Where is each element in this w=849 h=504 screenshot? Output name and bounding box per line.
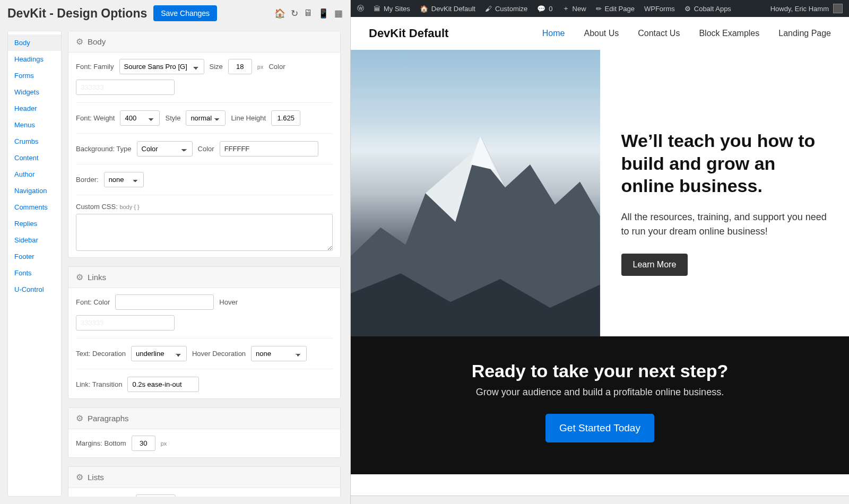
tablet-icon[interactable]: 📱 <box>318 8 329 19</box>
site-preview[interactable]: DevKit Default Home About Us Contact Us … <box>351 17 849 496</box>
body-section-title: Body <box>88 37 106 46</box>
para-margins-label: Margins: Bottom <box>76 439 126 447</box>
links-section-title: Links <box>88 273 106 282</box>
lists-section-title: Lists <box>88 473 104 482</box>
wpforms-link[interactable]: WPForms <box>644 5 675 13</box>
li-style-select[interactable]: disc <box>136 494 176 497</box>
font-size-input[interactable] <box>228 59 252 74</box>
wp-logo-icon[interactable]: ⓦ <box>357 4 364 13</box>
transition-label: Link: Transition <box>76 380 122 388</box>
site-title[interactable]: DevKit Default <box>369 27 448 40</box>
font-weight-label: Font: Weight <box>76 114 115 122</box>
font-size-label: Size <box>210 63 223 71</box>
sidebar-item-body[interactable]: Body <box>8 34 61 51</box>
sidebar-item-navigation[interactable]: Navigation <box>8 183 61 199</box>
sidebar-item-fonts[interactable]: Fonts <box>8 265 61 281</box>
textdec-select[interactable]: underline <box>131 346 187 361</box>
hero-heading: We’ll teach you how to build and grow an… <box>621 129 828 197</box>
body-section: Body Font: Family Source Sans Pro [G] Si… <box>68 31 341 258</box>
sidebar-item-comments[interactable]: Comments <box>8 199 61 215</box>
lists-section: Lists LI List-Style: Type disc UL Margin… <box>68 466 341 497</box>
sidebar-item-forms[interactable]: Forms <box>8 67 61 84</box>
customcss-selector: body { } <box>119 204 139 210</box>
sidebar-item-author[interactable]: Author <box>8 166 61 183</box>
link-color-swatch[interactable] <box>115 294 214 310</box>
link-hover-swatch[interactable] <box>76 315 175 331</box>
lineheight-input[interactable] <box>271 110 300 126</box>
font-weight-select[interactable]: 400 <box>120 110 160 126</box>
link-hover-label: Hover <box>219 298 238 306</box>
new-link[interactable]: ＋ New <box>562 4 586 13</box>
bg-color-swatch[interactable] <box>220 141 318 157</box>
desktop-icon[interactable]: 🖥 <box>304 8 313 19</box>
para-margins-unit: px <box>161 440 167 447</box>
sidebar-item-footer[interactable]: Footer <box>8 248 61 265</box>
header-toolbar: 🏠 ↻ 🖥 📱 ▦ <box>274 8 343 19</box>
sidebar-item-replies[interactable]: Replies <box>8 215 61 232</box>
cobalt-link[interactable]: ⚙ Cobalt Apps <box>685 5 731 13</box>
horizontal-scrollbar[interactable] <box>351 496 849 504</box>
avatar[interactable] <box>833 4 843 13</box>
sidebar-item-widgets[interactable]: Widgets <box>8 84 61 100</box>
paragraphs-section: Paragraphs Margins: Bottom px <box>68 407 341 458</box>
howdy-text[interactable]: Howdy, Eric Hamm <box>770 5 829 13</box>
save-button[interactable]: Save Changes <box>153 5 217 21</box>
hero-paragraph: All the resources, training, and support… <box>621 210 828 239</box>
nav-home[interactable]: Home <box>542 29 565 38</box>
font-style-select[interactable]: normal <box>186 110 226 126</box>
customcss-textarea[interactable] <box>76 214 333 251</box>
wp-adminbar: ⓦ 🏛 My Sites 🏠 DevKit Default 🖌 Customiz… <box>351 0 849 17</box>
sitename-link[interactable]: 🏠 DevKit Default <box>420 5 475 13</box>
transition-input[interactable] <box>127 377 199 392</box>
lists-section-header[interactable]: Lists <box>68 467 340 488</box>
font-color-swatch[interactable] <box>76 80 175 95</box>
font-color-label: Color <box>268 63 285 71</box>
bg-type-select[interactable]: Color <box>137 141 193 157</box>
sidebar-item-sidebar[interactable]: Sidebar <box>8 232 61 248</box>
sidebar-item-ucontrol[interactable]: U-Control <box>8 281 61 298</box>
gear-icon <box>76 472 83 482</box>
paragraphs-section-header[interactable]: Paragraphs <box>68 408 340 429</box>
get-started-button[interactable]: Get Started Today <box>545 414 654 442</box>
page-title: DevKit - Design Options <box>7 6 147 21</box>
sidebar-item-crumbs[interactable]: Crumbs <box>8 133 61 150</box>
gear-icon <box>76 272 83 282</box>
link-color-label: Font: Color <box>76 298 110 306</box>
mysites-link[interactable]: 🏛 My Sites <box>374 5 410 13</box>
options-column[interactable]: Body Font: Family Source Sans Pro [G] Si… <box>68 31 343 497</box>
para-margins-input[interactable] <box>132 436 155 451</box>
paragraphs-section-title: Paragraphs <box>88 414 129 423</box>
editpage-link[interactable]: ✏ Edit Page <box>596 5 635 13</box>
refresh-icon[interactable]: ↻ <box>291 8 298 19</box>
sidebar-item-headings[interactable]: Headings <box>8 51 61 67</box>
hoverdec-select[interactable]: none <box>251 346 307 361</box>
gear-icon <box>76 413 83 423</box>
sidebar-item-header[interactable]: Header <box>8 100 61 117</box>
cta-heading: Ready to take your next step? <box>361 361 838 381</box>
body-section-header[interactable]: Body <box>68 31 340 53</box>
sidebar-item-menus[interactable]: Menus <box>8 117 61 133</box>
sidebar: Body Headings Forms Widgets Header Menus… <box>7 31 62 497</box>
customize-link[interactable]: 🖌 Customize <box>485 5 527 13</box>
border-label: Border: <box>76 176 99 184</box>
font-size-unit: px <box>257 64 264 70</box>
links-section-header[interactable]: Links <box>68 267 340 288</box>
site-nav: Home About Us Contact Us Block Examples … <box>542 29 831 38</box>
font-family-select[interactable]: Source Sans Pro [G] <box>119 59 204 74</box>
home-icon[interactable]: 🏠 <box>274 8 285 19</box>
font-family-label: Font: Family <box>76 63 114 71</box>
sidebar-item-content[interactable]: Content <box>8 150 61 166</box>
textdec-label: Text: Decoration <box>76 350 126 358</box>
nav-landing[interactable]: Landing Page <box>778 29 831 38</box>
mobile-icon[interactable]: ▦ <box>334 8 343 19</box>
border-select[interactable]: none <box>104 172 144 187</box>
nav-about[interactable]: About Us <box>584 29 619 38</box>
bg-color-label: Color <box>198 145 214 153</box>
lineheight-label: Line Height <box>231 114 266 122</box>
comments-link[interactable]: 💬 0 <box>537 5 552 13</box>
cta-paragraph: Grow your audience and build a profitabl… <box>361 387 838 398</box>
learn-more-button[interactable]: Learn More <box>621 254 688 276</box>
nav-blocks[interactable]: Block Examples <box>699 29 759 38</box>
nav-contact[interactable]: Contact Us <box>638 29 680 38</box>
hero-image <box>351 50 600 336</box>
